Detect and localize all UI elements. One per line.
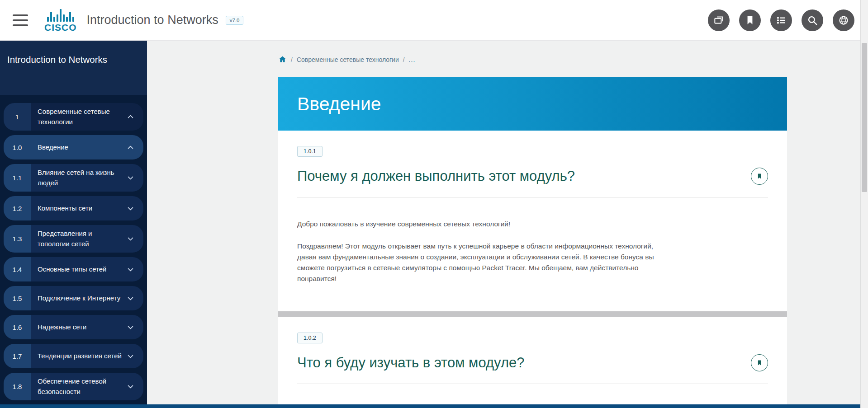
sidebar-course-title: Introduction to Networks [0, 41, 147, 95]
sidebar-item-label: Обеспечение сетевой безопасности [38, 376, 123, 397]
sidebar-item-label: Надежные сети [38, 322, 123, 333]
bookmark-icon [755, 172, 764, 181]
sidebar-item-1-7[interactable]: 1.7 Тенденции развития сетей [4, 344, 143, 368]
cisco-logo-bars-icon [47, 8, 74, 22]
sidebar-item-1-8[interactable]: 1.8 Обеспечение сетевой безопасности [4, 373, 143, 400]
course-title: Introduction to Networks [87, 13, 218, 27]
section-heading: Что я буду изучать в этом модуле? [297, 355, 524, 371]
section-heading: Почему я должен выполнить этот модуль? [297, 168, 575, 184]
menu-icon[interactable] [13, 14, 28, 26]
module-banner-title: Введение [297, 94, 381, 115]
version-badge: v7.0 [226, 16, 244, 25]
breadcrumb-ellipsis[interactable]: ... [409, 56, 416, 63]
sidebar-item-1-0[interactable]: 1.0 Введение [4, 135, 143, 159]
sidebar-item-1-5[interactable]: 1.5 Подключение к Интернету [4, 286, 143, 310]
sidebar-item-1-3[interactable]: 1.3 Представления и топологии сетей [4, 225, 143, 253]
heading-divider [297, 197, 768, 197]
sidebar-item-label: Введение [38, 142, 123, 153]
sidebar-item-number: 1.3 [4, 225, 31, 253]
sidebar-item-1-1[interactable]: 1.1 Влияние сетей на жизнь людей [4, 164, 143, 192]
search-icon[interactable] [802, 9, 823, 31]
sidebar-item-label: Представления и топологии сетей [38, 229, 123, 249]
cisco-logo: CISCO [44, 8, 77, 32]
sidebar-item-chapter-1[interactable]: 1 Современные сетевые технологии [4, 103, 143, 131]
sidebar-item-1-2[interactable]: 1.2 Компоненты сети [4, 196, 143, 220]
module-banner: Введение [278, 77, 787, 131]
sidebar-item-number: 1.6 [4, 315, 31, 339]
section-paragraph: Добро пожаловать в изучение современных … [297, 219, 674, 230]
header-actions [708, 9, 854, 31]
chevron-up-icon [127, 113, 134, 121]
sidebar-item-number: 1.7 [4, 344, 31, 368]
sidebar-item-label: Компоненты сети [38, 203, 123, 214]
bookmark-section-button[interactable] [751, 168, 768, 185]
sidebar-nav: 1 Современные сетевые технологии 1.0 Вве… [0, 103, 147, 400]
section-number-badge: 1.0.2 [297, 333, 323, 343]
breadcrumb-separator: / [291, 56, 293, 63]
bottom-bar [0, 404, 860, 408]
sidebar-item-number: 1.2 [4, 196, 31, 220]
sidebar-item-number: 1.8 [4, 373, 31, 400]
sidebar-item-number: 1.0 [4, 135, 31, 159]
breadcrumb-item[interactable]: Современные сетевые технологии [297, 56, 399, 63]
sidebar-item-number: 1 [4, 103, 31, 131]
section-paragraph: Поздравляем! Этот модуль открывает вам п… [297, 241, 674, 284]
chevron-down-icon [127, 235, 134, 243]
chevron-down-icon [127, 383, 134, 390]
bookmark-icon[interactable] [739, 9, 761, 31]
sidebar-item-number: 1.1 [4, 164, 31, 192]
sidebar-item-label: Основные типы сетей [38, 264, 123, 275]
chevron-down-icon [127, 266, 134, 273]
chevron-down-icon [127, 174, 134, 182]
section-1-0-2: 1.0.2 Что я буду изучать в этом модуле? … [278, 317, 787, 408]
cisco-logo-text: CISCO [44, 23, 77, 32]
bookmark-icon [755, 358, 764, 367]
sidebar-item-label: Подключение к Интернету [38, 293, 123, 304]
top-header: CISCO Introduction to Networks v7.0 [0, 0, 868, 41]
home-icon[interactable] [278, 55, 287, 64]
globe-icon[interactable] [833, 9, 854, 31]
chevron-down-icon [127, 352, 134, 360]
section-divider [278, 311, 787, 317]
chevron-down-icon [127, 205, 134, 212]
sidebar-item-1-6[interactable]: 1.6 Надежные сети [4, 315, 143, 339]
section-1-0-1: 1.0.1 Почему я должен выполнить этот мод… [278, 131, 787, 311]
bookmark-section-button[interactable] [751, 354, 768, 371]
chevron-down-icon [127, 324, 134, 331]
chevron-down-icon [127, 295, 134, 302]
sidebar-item-label: Тенденции развития сетей [38, 351, 123, 361]
main-content: / Современные сетевые технологии / ... В… [147, 41, 868, 408]
breadcrumb-separator: / [403, 56, 405, 63]
chevron-up-icon [127, 144, 134, 151]
sidebar-item-label: Влияние сетей на жизнь людей [38, 168, 123, 188]
window-switcher-icon[interactable] [708, 9, 730, 31]
sidebar-item-label: Современные сетевые технологии [38, 107, 123, 127]
sidebar-item-number: 1.4 [4, 257, 31, 281]
sidebar-item-1-4[interactable]: 1.4 Основные типы сетей [4, 257, 143, 281]
sidebar-item-number: 1.5 [4, 286, 31, 310]
contents-list-icon[interactable] [770, 9, 792, 31]
course-sidebar: Introduction to Networks 1 Современные с… [0, 41, 147, 408]
page-scrollbar[interactable] [860, 0, 868, 408]
heading-divider [297, 384, 768, 384]
section-number-badge: 1.0.1 [297, 146, 323, 157]
breadcrumb: / Современные сетевые технологии / ... [278, 55, 787, 64]
scrollbar-thumb[interactable] [862, 43, 867, 192]
